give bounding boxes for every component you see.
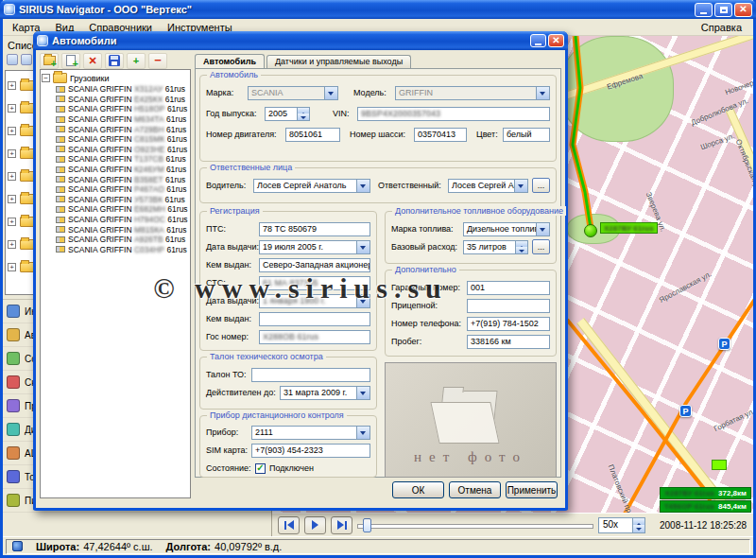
tree-item-vehicle[interactable]: SCANIA GRIFFIN Т137СВ 61rus: [42, 154, 189, 165]
sts-issue-date-picker[interactable]: 1 января 1900 г.: [259, 294, 370, 308]
persons-more-button[interactable]: ...: [532, 178, 550, 193]
plate-field[interactable]: Х288ОВ 61rus: [259, 330, 370, 344]
tab-sensors[interactable]: Датчики и управляемые выходы: [266, 55, 411, 68]
tree-item-vehicle[interactable]: SCANIA GRIFFIN Н518ОР 61rus: [42, 104, 189, 114]
chevron-down-icon[interactable]: [356, 387, 369, 399]
tree-item-vehicle[interactable]: SCANIA GRIFFIN М634ТА 61rus: [42, 114, 189, 125]
tree-root[interactable]: − Грузовики: [42, 72, 189, 84]
truck-icon: [56, 116, 65, 123]
sidebar-tool-icon[interactable]: [7, 54, 18, 65]
phone-field[interactable]: +7(919) 784-1502: [467, 317, 550, 331]
cancel-button[interactable]: Отмена: [449, 481, 501, 498]
delete-button[interactable]: ✕: [83, 53, 102, 69]
tree-item-vehicle[interactable]: SCANIA GRIFFIN Н794ОС 61rus: [42, 215, 189, 225]
tree-item-vehicle[interactable]: SCANIA GRIFFIN Е682МН 61rus: [42, 204, 189, 215]
model-select[interactable]: GRIFFIN: [395, 86, 550, 100]
chevron-down-icon[interactable]: [324, 87, 337, 99]
menu-help[interactable]: Справка: [692, 21, 751, 34]
garage-number-field[interactable]: 001: [467, 281, 550, 295]
vehicle-tree[interactable]: − Грузовики SCANIA GRIFFIN Х312АУ 61rusS…: [40, 69, 191, 498]
chevron-down-icon[interactable]: [356, 241, 369, 253]
expand-icon[interactable]: +: [8, 127, 16, 135]
tree-item-vehicle[interactable]: SCANIA GRIFFIN У573ВК 61rus: [42, 195, 189, 205]
chassis-number-field[interactable]: 03570413: [414, 128, 467, 142]
window-titlebar[interactable]: SIRIUS Navigator - ООО "Вертекс" ✕: [0, 0, 756, 19]
expand-icon[interactable]: +: [8, 195, 16, 203]
tab-vehicle[interactable]: Автомобиль: [195, 54, 265, 68]
chevron-down-icon[interactable]: [536, 87, 549, 99]
vehicle-photo-box[interactable]: нет фото: [385, 362, 557, 478]
brand-select[interactable]: SCANIA: [248, 86, 338, 100]
device-select[interactable]: 2111: [251, 426, 370, 440]
add-vehicle-button[interactable]: +: [61, 53, 80, 69]
spinner-arrows-icon[interactable]: [297, 108, 309, 120]
tree-item-vehicle[interactable]: SCANIA GRIFFIN В358ЕТ 61rus: [42, 174, 189, 184]
minimize-button[interactable]: [695, 3, 713, 17]
engine-number-field[interactable]: 8051061: [285, 128, 340, 142]
chevron-down-icon[interactable]: [514, 180, 527, 192]
sts-issuer-field[interactable]: [259, 312, 370, 326]
tree-item-vehicle[interactable]: SCANIA GRIFFIN К246УМ 61rus: [42, 165, 189, 175]
responsible-select[interactable]: Лосев Сергей Анатоль: [448, 179, 528, 193]
mileage-field[interactable]: 338166 км: [467, 335, 550, 349]
tree-item-vehicle[interactable]: SCANIA GRIFFIN М815КА 61rus: [42, 224, 189, 235]
collapse-icon[interactable]: −: [42, 74, 50, 82]
step-forward-button[interactable]: [331, 516, 352, 534]
save-button[interactable]: [105, 53, 124, 69]
sidebar-tool-icon[interactable]: [21, 54, 32, 65]
tree-item-vehicle[interactable]: SCANIA GRIFFIN А926ТВ 61rus: [42, 235, 189, 245]
tree-item-vehicle[interactable]: SCANIA GRIFFIN Х312АУ 61rus: [42, 84, 189, 95]
fuel-type-select[interactable]: Дизельное топливо: [463, 222, 550, 236]
pts-field[interactable]: 78 ТС 850679: [259, 222, 370, 236]
close-button[interactable]: ✕: [734, 3, 752, 17]
add-button[interactable]: +: [127, 53, 146, 69]
dialog-minimize-button[interactable]: [530, 34, 546, 47]
chevron-down-icon[interactable]: [356, 180, 369, 192]
speed-select[interactable]: 50x: [598, 517, 645, 533]
connected-checkbox[interactable]: ✓: [255, 463, 266, 474]
expand-icon[interactable]: +: [8, 81, 16, 90]
inspection-ticket-field[interactable]: [251, 368, 370, 382]
base-rate-spinner[interactable]: 35 литров: [463, 240, 528, 254]
expand-icon[interactable]: +: [8, 240, 16, 249]
pts-issue-date-picker[interactable]: 19 июля 2005 г.: [259, 240, 370, 254]
year-spinner[interactable]: 2005: [265, 107, 310, 121]
color-field[interactable]: белый: [503, 128, 550, 142]
play-button[interactable]: [304, 516, 326, 534]
tree-item-vehicle[interactable]: SCANIA GRIFFIN С815МК 61rus: [42, 134, 189, 145]
chevron-down-icon[interactable]: [536, 223, 549, 235]
tree-item-vehicle[interactable]: SCANIA GRIFFIN Р467АО 61rus: [42, 184, 189, 195]
spinner-arrows-icon[interactable]: [632, 518, 644, 532]
sts-field[interactable]: 61 МА 837105: [259, 276, 370, 290]
apply-button[interactable]: Применить: [506, 481, 558, 498]
driver-select[interactable]: Лосев Сергей Анатоль: [253, 179, 370, 193]
chevron-down-icon[interactable]: [356, 295, 369, 307]
step-back-button[interactable]: [278, 516, 300, 534]
expand-icon[interactable]: +: [8, 263, 16, 271]
dialog-close-button[interactable]: ✕: [548, 34, 564, 47]
valid-until-date-picker[interactable]: 31 марта 2009 г.: [280, 386, 370, 400]
expand-icon[interactable]: +: [8, 149, 16, 158]
expand-icon[interactable]: +: [8, 172, 16, 181]
ok-button[interactable]: ОК: [392, 481, 444, 498]
pts-issuer-field[interactable]: Северо-Западная акционерн: [259, 258, 370, 272]
new-group-button[interactable]: +: [40, 53, 59, 69]
expand-icon[interactable]: +: [8, 218, 16, 226]
fuel-more-button[interactable]: ...: [532, 239, 550, 254]
remove-button[interactable]: −: [148, 53, 167, 69]
tree-item-vehicle[interactable]: SCANIA GRIFFIN О923НЕ 61rus: [42, 145, 189, 155]
trailer-field[interactable]: [467, 299, 550, 313]
slider-thumb[interactable]: [363, 518, 371, 532]
timeline-slider[interactable]: [357, 517, 593, 533]
vin-field[interactable]: 9BSP4X2000357043: [357, 107, 550, 121]
tree-item-vehicle[interactable]: SCANIA GRIFFIN Е425КХ 61rus: [42, 95, 189, 105]
tree-item-vehicle[interactable]: SCANIA GRIFFIN С034НР 61rus: [42, 245, 189, 255]
expand-icon[interactable]: +: [8, 104, 16, 113]
vehicle-marker[interactable]: [584, 224, 597, 237]
dialog-titlebar[interactable]: Автомобили ✕: [33, 31, 568, 50]
maximize-button[interactable]: [714, 3, 732, 17]
chevron-down-icon[interactable]: [356, 427, 369, 439]
spinner-arrows-icon[interactable]: [515, 241, 527, 253]
tree-item-vehicle[interactable]: SCANIA GRIFFIN А729ВН 61rus: [42, 124, 189, 134]
sim-field[interactable]: +7(903) 454-2323: [251, 444, 370, 458]
